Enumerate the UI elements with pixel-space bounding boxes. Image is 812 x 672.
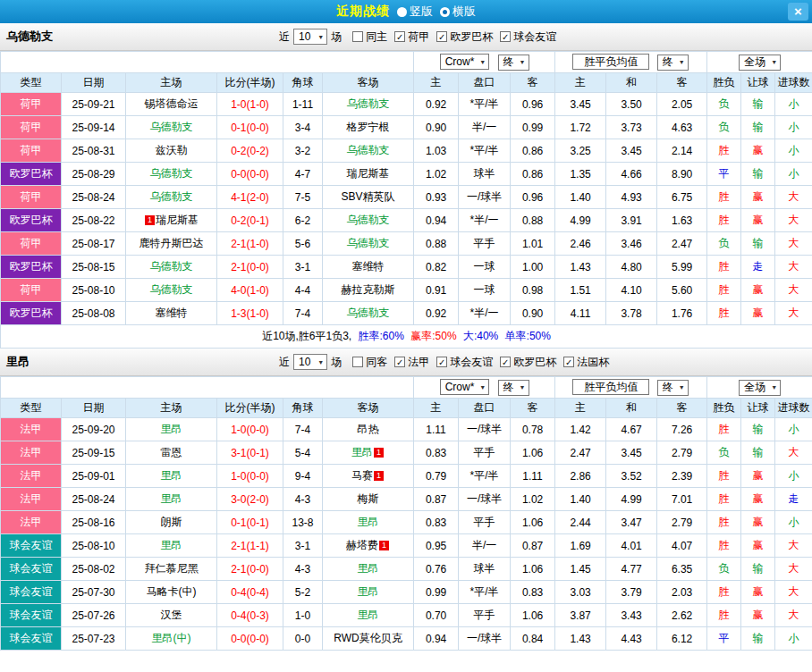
result-outcome: 负 (707, 116, 741, 139)
recent-count-select[interactable]: 10▼ (293, 29, 327, 45)
result-goals: 小 (775, 93, 812, 116)
result-goals: 大 (775, 604, 812, 627)
result-goals: 小 (775, 511, 812, 534)
avg-odds-label: 胜平负均值 (572, 54, 649, 70)
away-team-name: 乌德勒支 (347, 237, 390, 249)
avg-draw: 4.93 (606, 186, 657, 209)
layout-radio-horizontal[interactable]: 横版 (440, 4, 476, 20)
scope-select[interactable]: 全场▼ (739, 55, 781, 71)
odds-line: 一/球半 (459, 488, 511, 511)
result-handicap: 赢 (741, 581, 775, 604)
match-date: 25-08-16 (62, 511, 126, 534)
filter-checkbox[interactable]: 同客 (352, 355, 387, 370)
away-team-cell: 乌德勒支 (323, 209, 414, 232)
avg-draw: 3.46 (606, 232, 657, 256)
section-controls: 近 10▼ 场 同客✓法甲✓球会友谊✓欧罗巴杯✓法国杯 (279, 354, 609, 370)
result-outcome: 平 (707, 163, 741, 186)
layout-radio-vertical[interactable]: 竖版 (397, 4, 433, 20)
avg-draw: 4.77 (606, 558, 657, 581)
red-card-badge: 1 (374, 448, 384, 458)
match-row: 球会友谊25-08-10里昂2-1(1-1)3-1赫塔费10.95半/一0.87… (1, 534, 812, 558)
avg-home: 1.43 (555, 256, 606, 279)
result-goals: 大 (775, 209, 812, 232)
result-goals: 大 (775, 232, 812, 256)
away-team-cell: 塞维特 (323, 256, 414, 279)
odds-home: 0.88 (414, 232, 459, 256)
avg-stage-select[interactable]: 终▼ (657, 55, 689, 71)
result-handicap: 输 (741, 232, 775, 256)
home-team-cell: 塞维特 (126, 302, 217, 325)
corner-score: 0-0 (283, 627, 323, 651)
col-odds-away: 客 (511, 399, 555, 418)
odds-away: 0.87 (511, 534, 555, 558)
home-team-name: 里昂 (161, 423, 182, 435)
away-team-name: 里昂 (351, 446, 373, 458)
near-label: 近 (279, 355, 290, 370)
home-team-name: 马略卡(中) (147, 585, 197, 598)
match-row: 荷甲25-09-21锡塔德命运1-0(1-0)1-11乌德勒支0.92*平/半0… (1, 93, 812, 116)
home-team-cell: 鹿特丹斯巴达 (126, 232, 217, 256)
home-team-cell: 里昂 (126, 534, 217, 558)
chevron-down-icon: ▼ (479, 384, 486, 391)
close-button[interactable]: × (788, 3, 808, 21)
filter-checkbox[interactable]: 同主 (352, 29, 387, 45)
filter-checkbox[interactable]: ✓球会友谊 (500, 29, 556, 45)
chevron-down-icon: ▼ (679, 384, 685, 391)
odds-stage-select[interactable]: 终▼ (498, 380, 529, 396)
avg-away: 6.35 (657, 558, 707, 581)
corner-score: 3-2 (283, 139, 323, 163)
filter-row: Crow*▼ 终▼ 胜平负均值 终▼ 全场▼ (1, 377, 812, 399)
league-badge: 荷甲 (1, 186, 62, 209)
filter-checkbox[interactable]: ✓荷甲 (394, 29, 429, 45)
away-team-name: 格罗宁根 (347, 121, 390, 133)
away-team-name: 赫塔费 (346, 539, 378, 551)
filter-checkbox[interactable]: ✓法甲 (394, 355, 429, 370)
odds-company-filter-cell: Crow*▼ 终▼ (414, 52, 555, 73)
corner-score: 4-4 (283, 279, 323, 302)
league-badge: 球会友谊 (1, 581, 62, 604)
col-result: 胜负 (707, 73, 741, 93)
match-date: 25-08-02 (62, 558, 126, 581)
scope-filter-cell: 全场▼ (707, 52, 812, 73)
result-handicap: 赢 (741, 209, 775, 232)
filter-row-spacer (1, 377, 414, 399)
matches-body: 法甲25-09-20里昂1-0(0-0)7-4昂热1.11一/球半0.781.4… (1, 418, 812, 651)
match-date: 25-07-30 (62, 581, 126, 604)
recent-count-select[interactable]: 10▼ (293, 354, 327, 370)
avg-home: 2.47 (555, 441, 606, 465)
filter-checkbox[interactable]: ✓球会友谊 (436, 355, 493, 370)
scope-select[interactable]: 全场▼ (739, 380, 781, 396)
filter-checkbox[interactable]: ✓欧罗巴杯 (500, 355, 556, 370)
avg-draw: 4.67 (606, 418, 657, 441)
odds-company-select[interactable]: Crow*▼ (440, 379, 490, 395)
away-team-name: 瑞尼斯基 (347, 167, 390, 180)
odds-line: 平手 (459, 441, 511, 465)
scope-filter-cell: 全场▼ (707, 377, 812, 399)
home-team-name: 雷恩 (161, 446, 182, 458)
match-date: 25-09-15 (62, 441, 126, 465)
odds-stage-select[interactable]: 终▼ (498, 55, 529, 71)
checkbox-icon: ✓ (436, 31, 447, 42)
home-team-name: 鹿特丹斯巴达 (140, 237, 204, 249)
result-handicap: 输 (741, 163, 775, 186)
home-team-name: 里昂 (161, 539, 182, 551)
avg-stage-select[interactable]: 终▼ (657, 380, 689, 396)
summary-text: 近10场,胜6平1负3, 胜率:60% 赢率:50% 大:40% 单率:50% (1, 325, 812, 349)
filter-checkbox[interactable]: ✓法国杯 (563, 355, 609, 370)
league-badge: 荷甲 (1, 93, 62, 116)
match-date: 25-07-26 (62, 604, 126, 627)
result-outcome: 负 (707, 232, 741, 256)
result-outcome: 胜 (707, 209, 741, 232)
away-team-name: 梅斯 (358, 492, 379, 505)
odds-company-select[interactable]: Crow*▼ (440, 54, 490, 70)
match-score: 0-1(0-1) (217, 511, 283, 534)
summary-segment: 单率:50% (505, 330, 551, 342)
match-row: 球会友谊25-07-26汉堡0-4(0-3)1-0里昂0.70平手1.063.8… (1, 604, 812, 627)
away-team-cell: 梅斯 (323, 488, 414, 511)
avg-away: 2.79 (657, 511, 707, 534)
match-date: 25-08-10 (62, 534, 126, 558)
league-badge: 法甲 (1, 511, 62, 534)
corner-score: 7-4 (283, 418, 323, 441)
summary-segment: 胜率:60% (359, 330, 408, 342)
filter-checkbox[interactable]: ✓欧罗巴杯 (436, 29, 493, 45)
